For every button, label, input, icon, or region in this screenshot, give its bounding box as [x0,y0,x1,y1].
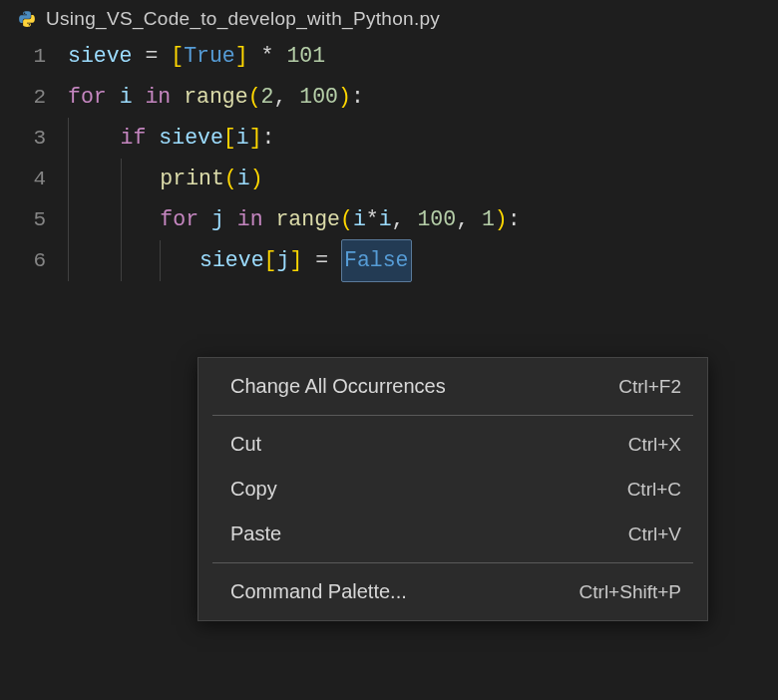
context-menu: Change All Occurrences Ctrl+F2 Cut Ctrl+… [197,357,708,621]
menu-item-change-all-occurrences[interactable]: Change All Occurrences Ctrl+F2 [198,364,707,409]
indent-guide [121,159,122,199]
line-number: 1 [0,36,68,77]
line-number: 6 [0,240,68,281]
code-line[interactable]: 5 for j in range(i*i, 100, 1): [0,199,778,240]
code-content[interactable]: sieve = [True] * 101 [68,36,325,77]
code-line[interactable]: 2 for i in range(2, 100): [0,77,778,118]
indent-guide [68,240,69,281]
code-line[interactable]: 6 sieve[j] = False [0,240,778,281]
indent-guide [68,159,69,199]
line-number: 3 [0,118,68,159]
menu-shortcut: Ctrl+V [628,524,681,545]
menu-separator [212,415,693,416]
selected-token[interactable]: False [341,239,412,282]
menu-item-paste[interactable]: Paste Ctrl+V [198,512,707,556]
menu-label: Command Palette... [230,580,407,603]
menu-shortcut: Ctrl+X [628,434,681,456]
code-line[interactable]: 1 sieve = [True] * 101 [0,36,778,77]
code-content[interactable]: print(i) [68,159,263,199]
menu-shortcut: Ctrl+F2 [618,376,681,398]
menu-label: Change All Occurrences [230,375,446,398]
code-content[interactable]: for i in range(2, 100): [68,77,364,118]
code-content[interactable]: if sieve[i]: [68,118,274,159]
line-number: 2 [0,77,68,118]
code-line[interactable]: 3 if sieve[i]: [0,118,778,159]
indent-guide [121,240,122,281]
code-content[interactable]: for j in range(i*i, 100, 1): [68,199,521,240]
menu-label: Cut [230,433,261,456]
menu-item-cut[interactable]: Cut Ctrl+X [198,422,707,467]
editor-tab[interactable]: Using_VS_Code_to_develop_with_Python.py [0,0,778,36]
code-content[interactable]: sieve[j] = False [68,240,412,281]
indent-guide [68,199,69,240]
indent-guide [121,199,122,240]
menu-item-copy[interactable]: Copy Ctrl+C [198,467,707,512]
indent-guide [68,118,69,159]
code-editor[interactable]: 1 sieve = [True] * 101 2 for i in range(… [0,36,778,281]
menu-shortcut: Ctrl+C [627,479,681,501]
menu-shortcut: Ctrl+Shift+P [580,581,681,603]
menu-item-command-palette[interactable]: Command Palette... Ctrl+Shift+P [198,569,707,614]
indent-guide [160,240,161,281]
menu-label: Paste [230,523,281,545]
python-icon [18,10,36,28]
menu-separator [212,562,693,563]
tab-filename: Using_VS_Code_to_develop_with_Python.py [46,8,440,30]
menu-label: Copy [230,478,277,501]
code-line[interactable]: 4 print(i) [0,159,778,199]
line-number: 5 [0,199,68,240]
line-number: 4 [0,159,68,199]
